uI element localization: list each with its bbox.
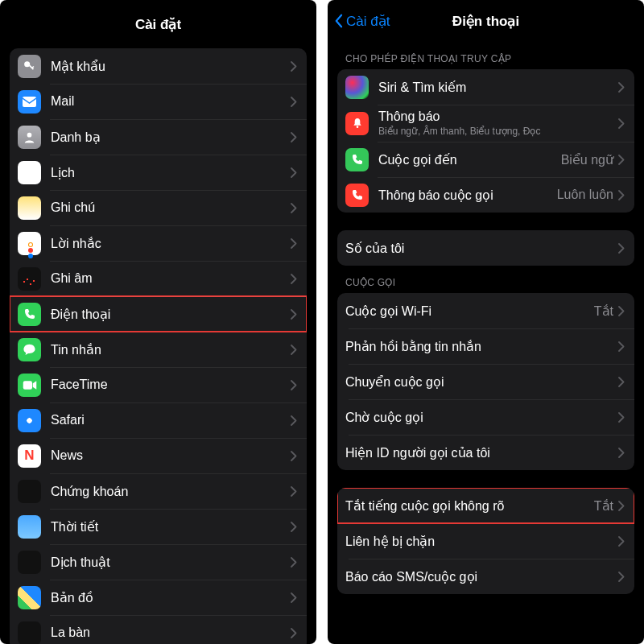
settings-title-label: Cài đặt [135, 16, 181, 33]
chevron-right-icon [291, 380, 297, 390]
row-label: Cuộc gọi đến [378, 152, 561, 167]
svg-rect-5 [23, 381, 31, 390]
chevron-right-icon [291, 61, 297, 72]
key-icon [18, 55, 41, 78]
back-button[interactable]: Cài đặt [328, 13, 390, 30]
chevron-right-icon [291, 167, 297, 178]
row-siri[interactable]: Siri & Tìm kiếm [337, 69, 634, 105]
row-label: Danh bạ [51, 130, 291, 145]
chevron-right-icon [291, 451, 297, 461]
row-label: Phản hồi bằng tin nhắn [345, 339, 618, 354]
row-hi-n-id-ng-i-g-i-c-a-t-i[interactable]: Hiện ID người gọi của tôi [337, 435, 634, 470]
row-subtitle: Biểu ngữ, Âm thanh, Biểu tượng, Đọc [378, 126, 618, 137]
row-label: Lời nhắc [51, 236, 291, 251]
settings-row-reminders[interactable]: Lời nhắc [10, 225, 307, 261]
chevron-right-icon [618, 306, 625, 316]
row-b-o-c-o-sms-cu-c-g-i[interactable]: Báo cáo SMS/cuộc gọi [337, 559, 634, 594]
weather-icon [18, 515, 41, 539]
chevron-right-icon [291, 522, 297, 532]
svg-rect-3 [23, 97, 36, 107]
row-announce-call[interactable]: Thông báo cuộc gọiLuôn luôn [337, 177, 634, 213]
settings-row-notes[interactable]: Ghi chú [10, 190, 307, 225]
settings-row-news[interactable]: NNews [10, 438, 307, 473]
my-number-row[interactable]: Số của tôi [337, 230, 634, 266]
chevron-right-icon [618, 155, 625, 165]
chevron-right-icon [618, 536, 625, 547]
row-label: Bản đồ [51, 590, 291, 605]
chevron-right-icon [291, 203, 297, 213]
chevron-right-icon [618, 190, 625, 200]
chevron-right-icon [618, 377, 625, 387]
chevron-right-icon [618, 572, 625, 582]
settings-row-facetime[interactable]: FaceTime [10, 367, 307, 402]
phone-settings-list[interactable]: CHO PHÉP ĐIỆN THOẠI TRUY CẬP Siri & Tìm … [328, 42, 644, 594]
chevron-right-icon [291, 97, 297, 107]
svg-point-4 [27, 132, 32, 137]
settings-list[interactable]: Mật khẩuMailDanh bạLịchGhi chúLời nhắcGh… [0, 48, 316, 644]
row-label: Thời tiết [51, 519, 291, 535]
compass-icon [18, 621, 41, 645]
row-label: Hiện ID người gọi của tôi [345, 445, 618, 460]
settings-row-calendar[interactable]: Lịch [10, 155, 307, 190]
maps-icon [18, 586, 41, 609]
siri-icon [345, 76, 369, 99]
settings-row-compass[interactable]: La bàn [10, 615, 307, 644]
news-icon: N [18, 444, 41, 468]
row-label: Ghi âm [51, 271, 291, 286]
my-number-label: Số của tôi [345, 241, 618, 256]
row-label: Báo cáo SMS/cuộc gọi [345, 569, 618, 584]
settings-row-safari[interactable]: Safari [10, 402, 307, 438]
chevron-right-icon [618, 448, 625, 458]
chevron-right-icon [291, 628, 297, 638]
chevron-right-icon [618, 243, 625, 254]
row-label: Chứng khoán [51, 484, 291, 499]
row-label: La bàn [51, 625, 291, 640]
settings-row-weather[interactable]: Thời tiết [10, 509, 307, 544]
row-label: Siri & Tìm kiếm [378, 80, 618, 95]
svg-point-6 [356, 126, 358, 128]
settings-row-maps[interactable]: Bản đồ [10, 580, 307, 615]
row-chuy-n-cu-c-g-i[interactable]: Chuyển cuộc gọi [337, 364, 634, 399]
settings-row-phone[interactable]: Điện thoại [10, 296, 307, 332]
row-label: Thông báo [378, 109, 618, 124]
messages-icon [18, 338, 41, 361]
settings-row-key[interactable]: Mật khẩu [10, 48, 307, 84]
row-label: Chuyển cuộc gọi [345, 374, 618, 390]
row-label: Liên hệ bị chặn [345, 534, 618, 549]
chevron-right-icon [618, 412, 625, 423]
row-ch-cu-c-g-i[interactable]: Chờ cuộc gọi [337, 399, 634, 435]
contacts-icon [18, 126, 41, 149]
row-label: Tin nhắn [51, 342, 291, 357]
phone-icon [18, 303, 41, 326]
chevron-right-icon [291, 309, 297, 320]
settings-row-voice-memos[interactable]: Ghi âm [10, 261, 307, 296]
row-label: Tắt tiếng cuộc gọi không rõ [345, 498, 594, 514]
row-incoming-call[interactable]: Cuộc gọi đếnBiểu ngữ [337, 142, 634, 177]
settings-row-contacts[interactable]: Danh bạ [10, 119, 307, 155]
row-cu-c-g-i-wi-fi[interactable]: Cuộc gọi Wi-FiTắt [337, 293, 634, 328]
row-label: Điện thoại [51, 307, 291, 322]
row-ph-n-h-i-b-ng-tin-nh-n[interactable]: Phản hồi bằng tin nhắn [337, 328, 634, 364]
row-value: Tắt [594, 498, 613, 514]
settings-row-messages[interactable]: Tin nhắn [10, 332, 307, 367]
phone-settings-screen: Cài đặt Điện thoại CHO PHÉP ĐIỆN THOẠI T… [328, 0, 644, 644]
row-label: Mật khẩu [51, 59, 291, 74]
row-label: News [51, 448, 291, 463]
row-li-n-h-b-ch-n[interactable]: Liên hệ bị chặn [337, 523, 634, 559]
settings-row-stocks[interactable]: Chứng khoán [10, 473, 307, 509]
settings-row-translate[interactable]: Dịch thuật [10, 544, 307, 580]
calendar-icon [18, 161, 41, 184]
chevron-right-icon [291, 415, 297, 426]
page-title: Cài đặt [0, 0, 316, 48]
chevron-right-icon [291, 345, 297, 355]
facetime-icon [18, 374, 41, 397]
mail-icon [18, 90, 41, 114]
chevron-right-icon [618, 341, 625, 352]
row-bell[interactable]: Thông báoBiểu ngữ, Âm thanh, Biểu tượng,… [337, 105, 634, 142]
chevron-right-icon [291, 274, 297, 284]
stocks-icon [18, 480, 41, 503]
safari-icon [18, 409, 41, 432]
settings-row-mail[interactable]: Mail [10, 84, 307, 119]
row-value: Tắt [594, 303, 613, 319]
row-t-t-ti-ng-cu-c-g-i-kh-ng-r-[interactable]: Tắt tiếng cuộc gọi không rõTắt [337, 488, 634, 523]
